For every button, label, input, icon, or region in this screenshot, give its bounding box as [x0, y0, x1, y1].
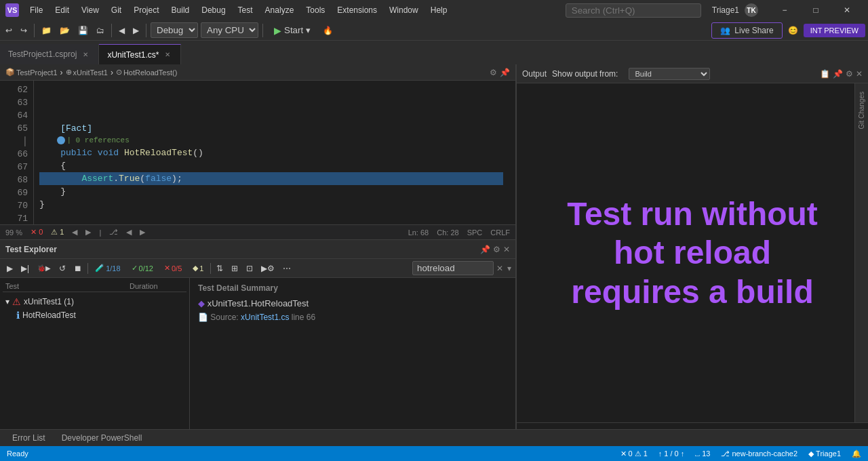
error-list-tab[interactable]: Error List	[5, 432, 52, 444]
status-notifications[interactable]: 🔔	[850, 449, 863, 458]
git-repo-name: Triage1	[816, 449, 841, 458]
repeat-button[interactable]: ↺	[56, 262, 68, 275]
run-selected-button[interactable]: ▶|	[18, 262, 32, 275]
test-detail-panel: Test Detail Summary ◆ xUnitTest1.HotRelo…	[190, 278, 515, 429]
group-button[interactable]: ⊞	[229, 262, 241, 275]
menu-window[interactable]: Window	[384, 4, 424, 16]
nav-forward[interactable]: ▶	[85, 228, 91, 237]
editor-settings-icon[interactable]: ⚙	[490, 68, 497, 77]
menu-tools[interactable]: Tools	[300, 4, 330, 16]
nav-back[interactable]: ◀	[72, 228, 77, 237]
menu-test[interactable]: Test	[233, 4, 258, 16]
te-more-button[interactable]: ⋯	[280, 262, 294, 275]
open-btn[interactable]: 📂	[57, 24, 73, 37]
menu-help[interactable]: Help	[425, 4, 453, 16]
sort-button[interactable]: ⇅	[214, 262, 226, 275]
class-icon: ⊕	[66, 68, 72, 77]
te-search-clear[interactable]: ✕	[496, 264, 503, 273]
git-changes-tab[interactable]: Git Changes	[856, 89, 867, 132]
code-content[interactable]: [Fact] | 0 references public void HotRel…	[34, 81, 509, 224]
te-count-total[interactable]: 🧪 1/18	[91, 263, 124, 273]
tab-csproj-close[interactable]: ✕	[81, 49, 90, 59]
run-options-button[interactable]: ▶⚙	[258, 262, 277, 275]
output-scrollbar[interactable]	[517, 422, 868, 429]
filter-button[interactable]: ⊡	[243, 262, 256, 275]
nav-left[interactable]: ◀	[126, 228, 132, 237]
start-button[interactable]: ▶ Start ▾	[267, 23, 317, 38]
te-count-fail[interactable]: ✕ 0/5	[160, 263, 186, 273]
feedback-btn[interactable]: 😊	[785, 24, 801, 37]
menu-build[interactable]: Build	[166, 4, 195, 16]
minimize-button[interactable]: −	[769, 0, 800, 20]
maximize-button[interactable]: □	[800, 0, 831, 20]
output-copy-icon[interactable]: 📋	[820, 69, 830, 79]
te-close-icon[interactable]: ✕	[503, 245, 510, 254]
close-button[interactable]: ✕	[831, 0, 863, 20]
menu-analyze[interactable]: Analyze	[260, 4, 300, 16]
menu-view[interactable]: View	[76, 4, 104, 16]
test-group-xunit[interactable]: ▾ ⚠ xUnitTest1 (1)	[3, 295, 186, 308]
code-editor[interactable]: 62 63 64 65 │ 66 67 68 69 70 71	[0, 81, 515, 224]
tabs-bar: TestProject1.csproj ✕ xUnitTest1.cs* ✕	[0, 41, 868, 64]
redo-btn[interactable]: ↪	[18, 24, 30, 37]
output-settings-icon[interactable]: ⚙	[846, 69, 853, 79]
status-git-repo[interactable]: ◆ Triage1	[807, 449, 842, 458]
output-title: Output	[522, 69, 547, 79]
breadcrumb-project[interactable]: 📦 TestProject1	[5, 68, 58, 77]
stop-button[interactable]: ⏹	[71, 262, 85, 275]
output-source-select[interactable]: Build	[629, 68, 710, 80]
output-header: Output Show output from: Build 📋 📌 ⚙ ✕	[517, 64, 868, 83]
hot-reload-btn[interactable]: 🔥	[320, 24, 336, 37]
menu-project[interactable]: Project	[128, 4, 164, 16]
tab-xunit[interactable]: xUnitTest1.cs* ✕	[99, 44, 181, 64]
spaces-value: 13	[702, 449, 710, 458]
menu-debug[interactable]: Debug	[196, 4, 231, 16]
te-search-expand[interactable]: ▾	[507, 264, 511, 273]
save-all-btn[interactable]: 🗂	[94, 24, 107, 37]
menu-edit[interactable]: Edit	[50, 4, 75, 16]
te-settings-icon[interactable]: ⚙	[493, 245, 500, 254]
big-message-line1: Test run without	[567, 195, 818, 234]
output-pin-icon[interactable]: 📌	[833, 69, 843, 79]
platform-dropdown[interactable]: Any CPU	[201, 22, 258, 38]
developer-powershell-tab[interactable]: Developer PowerShell	[55, 432, 149, 444]
te-count-other[interactable]: ◆ 1	[189, 263, 208, 273]
run-all-button[interactable]: ▶	[4, 262, 16, 275]
code-line-68[interactable]: Assert.True(false);	[39, 172, 503, 185]
output-close-icon[interactable]: ✕	[856, 69, 863, 79]
new-project-btn[interactable]: 📁	[39, 24, 54, 37]
debug-selected-button[interactable]: 🐞▶	[35, 263, 54, 273]
tab-xunit-close[interactable]: ✕	[163, 50, 172, 60]
editor-pin-icon[interactable]: 📌	[500, 68, 510, 77]
status-branch[interactable]: ⎇ new-branch-cache2	[719, 449, 799, 458]
menu-file[interactable]: File	[24, 4, 48, 16]
undo2-btn[interactable]: ◀	[116, 24, 127, 37]
test-item-hotreload[interactable]: ℹ HotReloadTest	[3, 308, 186, 322]
breadcrumb-class[interactable]: ⊕ xUnitTest1	[66, 68, 108, 77]
breadcrumb-method[interactable]: ⊙ HotReloadTest()	[116, 68, 177, 77]
save-btn[interactable]: 💾	[75, 24, 91, 37]
debug-config-dropdown[interactable]: Debug	[151, 22, 198, 38]
int-preview-button[interactable]: INT PREVIEW	[804, 24, 865, 37]
status-errors[interactable]: ✕ 0 ⚠ 1	[619, 449, 649, 458]
search-input[interactable]	[566, 3, 701, 18]
status-line-col[interactable]: ↑ 1 / 0 ↑	[657, 449, 686, 458]
undo-btn[interactable]: ↩	[3, 24, 15, 37]
zoom-level[interactable]: 99 %	[5, 228, 22, 237]
nav-right[interactable]: ▶	[140, 228, 145, 237]
tab-csproj[interactable]: TestProject1.csproj ✕	[0, 44, 99, 64]
branch-indicator[interactable]: ⎇	[109, 228, 118, 237]
test-detail-name: ◆ xUnitTest1.HotReloadTest	[198, 298, 507, 308]
source-file-link[interactable]: xUnitTest1.cs	[241, 313, 289, 322]
editor-scrollbar[interactable]	[509, 81, 515, 224]
code-line-64	[39, 109, 503, 122]
menu-git[interactable]: Git	[106, 4, 127, 16]
te-count-pass[interactable]: ✓ 0/12	[127, 263, 157, 273]
te-pin-icon[interactable]: 📌	[480, 245, 490, 254]
redo2-btn[interactable]: ▶	[130, 24, 142, 37]
status-spaces[interactable]: ⎵ 13	[694, 449, 711, 458]
pass-icon: ✓	[132, 264, 138, 273]
menu-extensions[interactable]: Extensions	[332, 4, 382, 16]
test-search-input[interactable]	[412, 261, 494, 275]
live-share-button[interactable]: 👥 Live Share	[711, 22, 782, 39]
